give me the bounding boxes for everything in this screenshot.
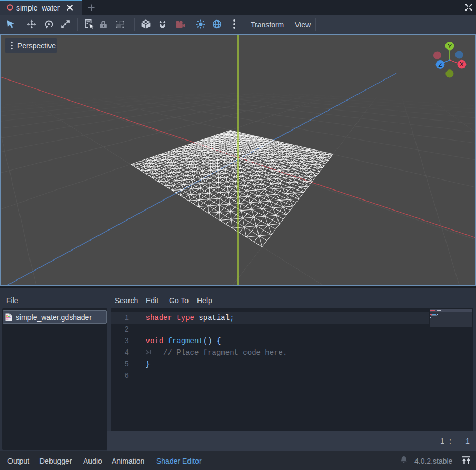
svg-text:Y: Y — [448, 43, 452, 49]
svg-text:X: X — [460, 61, 464, 67]
svg-text:Z: Z — [438, 62, 442, 68]
